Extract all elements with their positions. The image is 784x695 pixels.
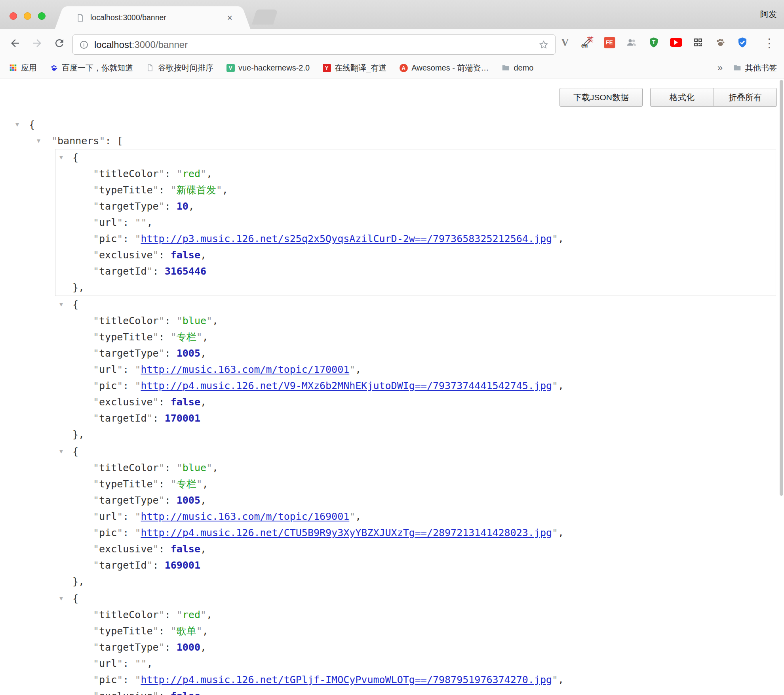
- json-key: url: [99, 217, 117, 228]
- quote: ": [196, 625, 202, 637]
- address-bar[interactable]: localhost:3000/banner: [72, 34, 556, 55]
- people-extension-icon[interactable]: [625, 36, 638, 49]
- quote: ": [196, 478, 202, 490]
- json-number-value: 3165446: [165, 265, 206, 277]
- paw-extension-icon[interactable]: [714, 36, 727, 49]
- bookmark-awesomes[interactable]: A Awesomes - 前端资…: [399, 63, 489, 73]
- minimize-window-button[interactable]: [24, 12, 31, 20]
- json-url-link[interactable]: http://music.163.com/m/topic/170001: [141, 364, 349, 375]
- json-property-typeTitle: "typeTitle": "歌单",: [55, 623, 776, 639]
- bookmark-youdao[interactable]: Y 在线翻译_有道: [322, 63, 386, 73]
- vertical-scrollbar-thumb[interactable]: [780, 80, 783, 496]
- json-number-value: 1005: [177, 495, 200, 506]
- bookmark-vue-hackernews[interactable]: V vue-hackernews-2.0: [226, 63, 310, 73]
- collapse-toggle-icon[interactable]: ▼: [37, 133, 40, 149]
- translate-extension-icon[interactable]: 英 en: [580, 36, 594, 49]
- svg-text:T: T: [652, 39, 656, 45]
- comma: ,: [355, 364, 361, 375]
- quote: ": [171, 625, 177, 637]
- bookmark-demo-folder[interactable]: demo: [501, 63, 533, 73]
- reload-button[interactable]: [51, 35, 67, 51]
- quote: ": [117, 674, 123, 685]
- colon: :: [123, 511, 135, 522]
- quote: ": [177, 315, 183, 326]
- open-bracket: : [: [105, 135, 123, 147]
- collapse-toggle-icon[interactable]: ▼: [59, 296, 63, 313]
- format-collapse-button-group: 格式化 折叠所有: [650, 88, 777, 107]
- folder-icon: [501, 63, 510, 72]
- json-number-value: 10: [177, 200, 188, 212]
- bookmark-google-sort[interactable]: 谷歌按时间排序: [146, 63, 213, 73]
- quote: ": [177, 462, 183, 474]
- other-bookmarks-folder[interactable]: 其他书签: [733, 63, 777, 73]
- bookmark-label: 谷歌按时间排序: [158, 63, 213, 73]
- browser-menu-icon[interactable]: ⋮: [763, 36, 775, 50]
- quote: ": [171, 184, 177, 196]
- json-key: titleColor: [99, 462, 159, 474]
- bookmarks-overflow-chevron[interactable]: »: [717, 62, 723, 73]
- tab-localhost-banner[interactable]: localhost:3000/banner ×: [65, 6, 240, 29]
- json-key: pic: [99, 527, 117, 538]
- fehelper-extension-icon[interactable]: FE: [603, 36, 616, 49]
- quote: ": [117, 217, 123, 228]
- json-url-link[interactable]: http://music.163.com/m/topic/169001: [141, 511, 349, 522]
- tab-close-icon[interactable]: ×: [226, 14, 233, 22]
- format-button[interactable]: 格式化: [651, 88, 714, 106]
- json-string-value: red: [183, 168, 200, 179]
- quote: ": [93, 184, 99, 196]
- forward-button[interactable]: [29, 35, 45, 51]
- quote: ": [206, 462, 212, 474]
- quote: ": [93, 625, 99, 637]
- collapse-toggle-icon[interactable]: ▼: [59, 443, 63, 460]
- collapse-all-button[interactable]: 折叠所有: [714, 88, 776, 106]
- page-info-icon[interactable]: [79, 40, 89, 50]
- profile-name[interactable]: 阿发: [760, 9, 777, 20]
- banner-object-2: ▼{"titleColor": "blue","typeTitle": "专栏"…: [55, 443, 776, 590]
- shield-check-extension-icon[interactable]: [736, 36, 749, 49]
- comma: ,: [222, 184, 228, 196]
- quote: ": [135, 674, 141, 685]
- page-content: 下载JSON数据 格式化 折叠所有 ▼{ ▼"banners": [ ▼{"ti…: [0, 78, 784, 695]
- object-close-line: },: [55, 573, 776, 590]
- json-url-link[interactable]: http://p4.music.126.net/tGPljf-IMOCyPvum…: [141, 674, 552, 685]
- youtube-extension-icon[interactable]: [669, 36, 683, 49]
- close-window-button[interactable]: [10, 12, 17, 20]
- quote: ": [93, 348, 99, 359]
- quote: ": [93, 249, 99, 261]
- tampermonkey-shield-icon[interactable]: T: [647, 36, 660, 49]
- banner-object-0: ▼{"titleColor": "red","typeTitle": "新碟首发…: [55, 149, 776, 296]
- collapse-toggle-icon[interactable]: ▼: [59, 149, 63, 166]
- collapse-toggle-icon[interactable]: ▼: [15, 116, 19, 133]
- json-banners-line: ▼"banners": [: [0, 133, 784, 149]
- json-number-value: 1005: [177, 348, 200, 359]
- json-url-link[interactable]: http://p3.music.126.net/s25q2x5QyqsAzilC…: [141, 233, 552, 244]
- json-property-pic: "pic": "http://p4.music.126.net/V9-MXz6b…: [55, 378, 776, 394]
- qrcode-extension-icon[interactable]: [691, 36, 705, 49]
- apps-grid-icon: [9, 63, 17, 72]
- json-property-typeTitle: "typeTitle": "专栏",: [55, 329, 776, 345]
- comma: ,: [200, 249, 206, 261]
- new-tab-button[interactable]: [252, 10, 278, 25]
- back-button[interactable]: [7, 35, 23, 51]
- fullscreen-window-button[interactable]: [38, 12, 46, 20]
- json-url-link[interactable]: http://p4.music.126.net/V9-MXz6b2MNhEKju…: [141, 380, 552, 391]
- bookmark-apps[interactable]: 应用: [9, 63, 37, 73]
- quote: ": [93, 331, 99, 343]
- banners-list: ▼{"titleColor": "red","typeTitle": "新碟首发…: [0, 149, 784, 695]
- bookmark-star-icon[interactable]: [539, 40, 549, 50]
- youdao-icon: Y: [322, 63, 331, 72]
- bookmark-baidu[interactable]: 百度一下，你就知道: [49, 63, 133, 73]
- download-json-button[interactable]: 下载JSON数据: [559, 88, 643, 107]
- url-host: localhost: [94, 39, 132, 50]
- comma: ,: [147, 658, 153, 669]
- vimium-extension-icon[interactable]: V: [558, 36, 572, 49]
- json-key: banners: [57, 135, 99, 147]
- json-url-link[interactable]: http://p4.music.126.net/CTU5B9R9y3XyYBZX…: [141, 527, 552, 538]
- json-string-value: 专栏: [177, 331, 196, 343]
- quote: ": [135, 527, 141, 538]
- quote: ": [177, 168, 183, 179]
- collapse-toggle-icon[interactable]: ▼: [59, 590, 63, 607]
- json-property-exclusive: "exclusive": false,: [55, 541, 776, 557]
- quote: ": [200, 168, 206, 179]
- open-brace: {: [72, 593, 78, 604]
